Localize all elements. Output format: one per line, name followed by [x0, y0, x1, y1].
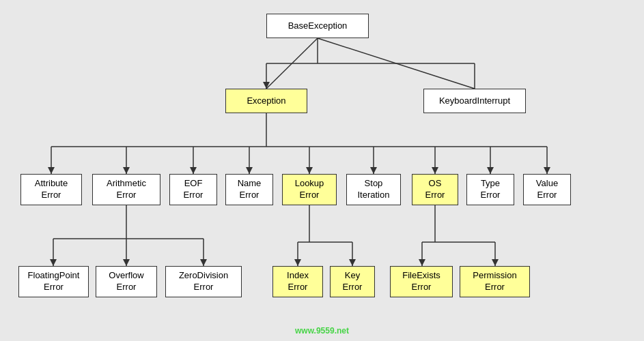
svg-marker-26 — [544, 167, 550, 174]
svg-marker-22 — [306, 167, 313, 174]
key-error-node: KeyError — [330, 266, 375, 297]
floating-point-label: FloatingPointError — [28, 270, 80, 293]
overflow-error-node: OverflowError — [96, 266, 157, 297]
permission-error-label: PermissionError — [473, 270, 516, 293]
base-exception-node: BaseException — [266, 14, 369, 38]
file-exists-node: FileExistsError — [390, 266, 453, 297]
svg-marker-21 — [246, 167, 253, 174]
floating-point-node: FloatingPointError — [18, 266, 89, 297]
attribute-error-label: AttributeError — [35, 178, 68, 201]
os-error-node: OSError — [412, 174, 458, 205]
arithmetic-error-label: ArithmeticError — [107, 178, 146, 201]
keyboard-interrupt-node: KeyboardInterrupt — [423, 89, 526, 113]
value-error-label: ValueError — [536, 178, 558, 201]
svg-marker-46 — [492, 259, 499, 266]
name-error-label: NameError — [238, 178, 262, 201]
svg-marker-24 — [432, 167, 438, 174]
type-error-node: TypeError — [466, 174, 514, 205]
stop-iteration-node: StopIteration — [346, 174, 401, 205]
key-error-label: KeyError — [343, 270, 363, 293]
name-error-node: NameError — [225, 174, 273, 205]
arithmetic-error-node: ArithmeticError — [92, 174, 160, 205]
exception-node: Exception — [225, 89, 307, 113]
svg-marker-34 — [200, 259, 207, 266]
type-error-label: TypeError — [481, 178, 501, 201]
svg-marker-20 — [190, 167, 197, 174]
keyboard-interrupt-label: KeyboardInterrupt — [439, 95, 510, 107]
diagram: BaseException Exception KeyboardInterrup… — [0, 0, 644, 341]
exception-label: Exception — [247, 95, 285, 107]
svg-marker-45 — [419, 259, 425, 266]
os-error-label: OSError — [425, 178, 445, 201]
svg-marker-33 — [123, 259, 130, 266]
index-error-label: IndexError — [287, 270, 309, 293]
stop-iteration-label: StopIteration — [358, 178, 390, 201]
svg-line-1 — [318, 38, 475, 89]
svg-line-0 — [266, 38, 318, 89]
svg-marker-6 — [263, 82, 270, 89]
lookup-error-node: LookupError — [282, 174, 337, 205]
svg-marker-19 — [123, 167, 130, 174]
zero-division-label: ZeroDivisionError — [179, 270, 228, 293]
eof-error-label: EOFError — [184, 178, 204, 201]
overflow-error-label: OverflowError — [109, 270, 143, 293]
svg-marker-18 — [48, 167, 55, 174]
file-exists-label: FileExistsError — [402, 270, 440, 293]
index-error-node: IndexError — [272, 266, 323, 297]
svg-marker-39 — [294, 259, 301, 266]
value-error-node: ValueError — [523, 174, 571, 205]
svg-marker-32 — [50, 259, 57, 266]
watermark: www.9559.net — [295, 326, 349, 336]
svg-marker-23 — [370, 167, 377, 174]
lookup-error-label: LookupError — [295, 178, 324, 201]
base-exception-label: BaseException — [288, 20, 348, 32]
permission-error-node: PermissionError — [460, 266, 530, 297]
svg-marker-25 — [487, 167, 494, 174]
zero-division-node: ZeroDivisionError — [165, 266, 242, 297]
eof-error-node: EOFError — [169, 174, 217, 205]
svg-marker-40 — [349, 259, 356, 266]
attribute-error-node: AttributeError — [20, 174, 82, 205]
watermark-text: www.9559.net — [295, 326, 349, 336]
